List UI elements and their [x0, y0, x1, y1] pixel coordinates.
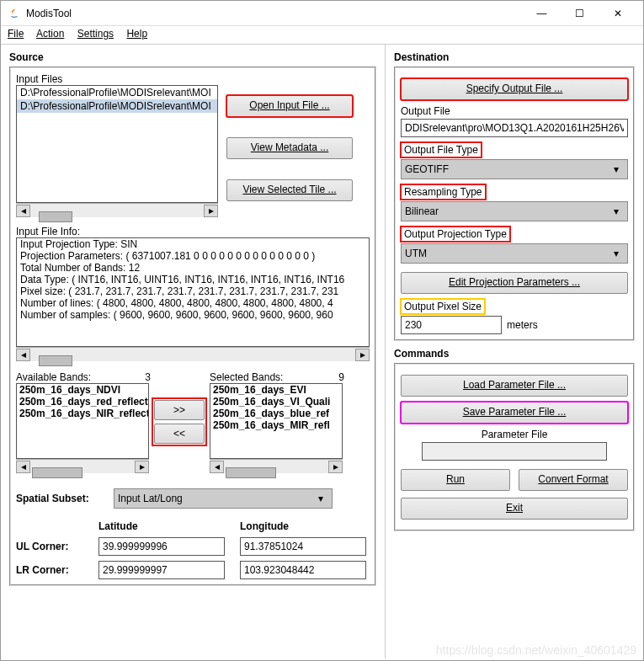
scroll-right-icon[interactable]: ▸	[328, 461, 343, 473]
destination-panel: Specify Output File ... Output File Outp…	[394, 67, 635, 341]
list-item[interactable]: 250m_16_days_NDVI	[17, 384, 148, 396]
info-line: Projection Parameters: ( 6371007.181 0 0…	[17, 250, 369, 262]
selected-bands-count: 9	[338, 371, 344, 383]
menubar: File Action Settings Help	[1, 26, 643, 45]
open-input-file-button[interactable]: Open Input File ...	[226, 95, 353, 117]
spatial-subset-select[interactable]: Input Lat/Long ▾	[114, 488, 333, 509]
resampling-type-select[interactable]: Bilinear ▾	[401, 201, 628, 221]
output-pixel-size-label: Output Pixel Size	[401, 299, 485, 314]
scroll-left-icon[interactable]: ◂	[16, 349, 30, 361]
parameter-file-input[interactable]	[422, 442, 607, 461]
commands-title: Commands	[394, 348, 635, 360]
scroll-left-icon[interactable]: ◂	[16, 205, 30, 217]
app-window: ModisTool — ☐ ✕ File Action Settings Hel…	[0, 0, 644, 661]
input-file-info-label: Input File Info:	[16, 226, 370, 237]
save-parameter-file-button[interactable]: Save Parameter File ...	[401, 402, 628, 424]
scroll-thumb[interactable]	[39, 211, 72, 222]
edit-projection-params-button[interactable]: Edit Projection Parameters ...	[401, 272, 628, 294]
info-line: Total Number of Bands: 12	[17, 262, 369, 274]
menu-settings[interactable]: Settings	[77, 28, 114, 40]
input-files-label: Input Files	[16, 73, 370, 85]
load-parameter-file-button[interactable]: Load Parameter File ...	[401, 375, 628, 397]
latitude-header: Latitude	[98, 520, 225, 532]
output-file-type-label: Output File Type	[401, 142, 482, 157]
menu-action[interactable]: Action	[36, 28, 64, 40]
window-title: ModisTool	[26, 8, 523, 19]
scroll-left-icon[interactable]: ◂	[210, 461, 224, 473]
chevron-down-icon: ▾	[609, 163, 624, 175]
add-band-button[interactable]: >>	[154, 400, 205, 420]
info-line: Data Type: ( INT16, INT16, UINT16, INT16…	[17, 274, 369, 285]
maximize-button[interactable]: ☐	[561, 2, 599, 25]
java-icon	[8, 7, 21, 20]
output-file-type-select[interactable]: GEOTIFF ▾	[401, 159, 628, 179]
scroll-right-icon[interactable]: ▸	[135, 461, 149, 473]
list-item[interactable]: 250m_16_days_VI_Quali	[210, 396, 342, 408]
remove-band-button[interactable]: <<	[154, 424, 205, 444]
output-projection-type-label: Output Projection Type	[401, 227, 510, 242]
ul-corner-label: UL Corner:	[16, 541, 83, 552]
menu-file[interactable]: File	[8, 28, 24, 40]
list-item[interactable]: D:\ProfessionalProfile\MODISrelevant\MOI	[17, 86, 217, 99]
hscrollbar[interactable]: ◂ ▸	[210, 459, 343, 473]
list-item[interactable]: 250m_16_days_blue_ref	[210, 408, 342, 419]
ul-lat-input[interactable]	[98, 537, 225, 556]
pixel-size-unit: meters	[507, 319, 538, 331]
ul-lon-input[interactable]	[240, 537, 366, 556]
minimize-button[interactable]: —	[523, 2, 561, 25]
source-panel: Input Files D:\ProfessionalProfile\MODIS…	[9, 67, 376, 586]
spatial-subset-label: Spatial Subset:	[16, 493, 109, 504]
run-button[interactable]: Run	[401, 469, 510, 491]
info-line: Input Projection Type: SIN	[17, 238, 369, 250]
destination-title: Destination	[394, 51, 635, 63]
resampling-type-label: Resampling Type	[401, 184, 486, 200]
lr-lat-input[interactable]	[98, 561, 225, 579]
available-bands-label: Available Bands:	[16, 371, 91, 383]
info-line: Number of lines: ( 4800, 4800, 4800, 480…	[17, 297, 369, 309]
exit-button[interactable]: Exit	[401, 498, 628, 520]
scroll-thumb[interactable]	[226, 467, 276, 478]
selected-bands-label: Selected Bands:	[210, 371, 283, 383]
scroll-thumb[interactable]	[39, 355, 72, 366]
source-title: Source	[9, 51, 376, 63]
commands-panel: Load Parameter File ... Save Parameter F…	[394, 363, 635, 531]
hscrollbar[interactable]: ◂ ▸	[16, 459, 149, 473]
input-file-info[interactable]: Input Projection Type: SIN Projection Pa…	[16, 237, 370, 347]
watermark: https://blog.csdn.net/weixin_40601429	[436, 643, 636, 657]
available-bands-count: 3	[145, 371, 151, 383]
lr-lon-input[interactable]	[240, 561, 366, 579]
view-metadata-button[interactable]: View Metadata ...	[226, 137, 353, 159]
titlebar: ModisTool — ☐ ✕	[1, 1, 643, 26]
close-button[interactable]: ✕	[599, 2, 636, 25]
scroll-left-icon[interactable]: ◂	[16, 461, 30, 473]
input-files-list[interactable]: D:\ProfessionalProfile\MODISrelevant\MOI…	[16, 85, 218, 203]
lr-corner-label: LR Corner:	[16, 564, 83, 576]
list-item[interactable]: 250m_16_days_EVI	[210, 384, 342, 396]
chevron-down-icon: ▾	[609, 248, 624, 259]
list-item[interactable]: 250m_16_days_MIR_refl	[210, 419, 342, 431]
chevron-down-icon: ▾	[313, 493, 328, 504]
view-selected-tile-button[interactable]: View Selected Tile ...	[226, 179, 353, 201]
chevron-down-icon: ▾	[609, 205, 624, 217]
hscrollbar[interactable]: ◂ ▸	[16, 203, 218, 217]
scroll-thumb[interactable]	[32, 467, 82, 478]
available-bands-list[interactable]: 250m_16_days_NDVI 250m_16_days_red_refle…	[16, 383, 149, 459]
list-item[interactable]: 250m_16_days_NIR_reflect	[17, 408, 148, 419]
list-item[interactable]: 250m_16_days_red_reflect	[17, 396, 148, 408]
menu-help[interactable]: Help	[126, 28, 147, 40]
scroll-right-icon[interactable]: ▸	[204, 205, 218, 217]
output-projection-type-select[interactable]: UTM ▾	[401, 243, 628, 264]
longitude-header: Longitude	[240, 520, 366, 532]
output-pixel-size-input[interactable]	[401, 316, 502, 334]
output-file-label: Output File	[401, 105, 628, 117]
selected-bands-list[interactable]: 250m_16_days_EVI 250m_16_days_VI_Quali 2…	[210, 383, 343, 459]
list-item[interactable]: D:\ProfessionalProfile\MODISrelevant\MOI	[17, 99, 217, 113]
info-line: Number of samples: ( 9600, 9600, 9600, 9…	[17, 309, 369, 321]
hscrollbar[interactable]: ◂ ▸	[16, 347, 370, 361]
info-line: Pixel size: ( 231.7, 231.7, 231.7, 231.7…	[17, 285, 369, 297]
specify-output-file-button[interactable]: Specify Output File ...	[401, 78, 628, 100]
output-file-input[interactable]	[401, 119, 628, 137]
scroll-right-icon[interactable]: ▸	[355, 349, 370, 361]
convert-format-button[interactable]: Convert Format	[519, 469, 628, 491]
parameter-file-label: Parameter File	[401, 429, 628, 440]
